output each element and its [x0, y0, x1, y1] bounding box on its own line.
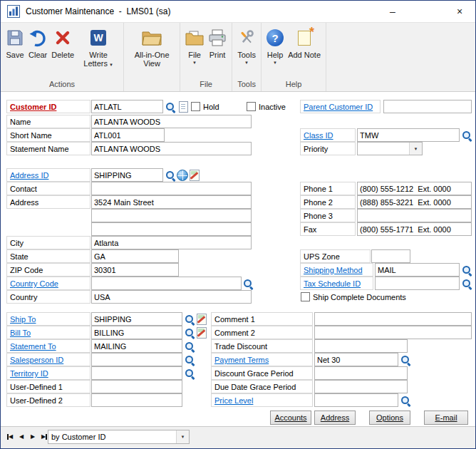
shipping-method-label[interactable]: Shipping Method [300, 263, 373, 277]
nav-next-button[interactable]: ▶ [28, 430, 38, 443]
bill-to-lookup-button[interactable] [184, 327, 195, 339]
address-map-button[interactable] [189, 170, 200, 181]
ups-zone-input[interactable] [371, 249, 410, 263]
customer-id-input[interactable] [91, 100, 163, 113]
address-id-input[interactable] [91, 168, 163, 182]
user-defined2-input[interactable] [91, 393, 182, 407]
salesperson-lookup-button[interactable] [184, 354, 195, 366]
print-button[interactable]: Print [206, 25, 229, 59]
user-defined1-input[interactable] [91, 380, 182, 393]
phone1-input[interactable] [357, 182, 472, 195]
fax-input[interactable] [357, 222, 472, 236]
tools-button[interactable]: Tools ▼ [235, 25, 258, 65]
discount-grace-input[interactable] [314, 366, 408, 380]
phone2-input[interactable] [357, 195, 472, 209]
save-button[interactable]: Save [4, 25, 26, 59]
comment2-input[interactable] [314, 326, 472, 339]
payment-terms-lookup-button[interactable] [400, 354, 411, 366]
footer-bar: ◀ ◀ ▶ ▶ by Customer ID ▼ [1, 426, 475, 448]
payment-terms-label[interactable]: Payment Terms [211, 353, 313, 366]
delete-button[interactable]: Delete [49, 25, 76, 59]
bill-to-input[interactable] [91, 326, 182, 339]
address-id-lookup-button[interactable] [165, 170, 176, 181]
address-id-label[interactable]: Address ID [6, 168, 90, 182]
statement-to-input[interactable] [91, 339, 182, 353]
ship-complete-checkbox[interactable] [301, 292, 310, 301]
hold-checkbox[interactable] [191, 102, 200, 111]
address-button[interactable]: Address [314, 411, 356, 425]
priority-combobox[interactable]: ▼ [357, 142, 423, 155]
all-in-one-view-button[interactable]: All-in-One View [127, 25, 177, 68]
accounts-button[interactable]: Accounts [270, 411, 311, 425]
help-button[interactable]: ? Help ▼ [264, 25, 286, 65]
state-input[interactable] [91, 249, 179, 263]
price-level-lookup-button[interactable] [400, 395, 411, 406]
class-id-label[interactable]: Class ID [300, 128, 356, 142]
ship-to-input[interactable] [91, 312, 182, 326]
name-input[interactable] [91, 115, 252, 128]
payment-terms-input[interactable] [314, 353, 398, 366]
price-level-label[interactable]: Price Level [211, 393, 313, 407]
options-button[interactable]: Options [369, 411, 410, 425]
close-button[interactable]: × [443, 1, 476, 21]
class-id-input[interactable] [357, 128, 460, 142]
contact-input[interactable] [91, 182, 252, 195]
parent-customer-id-label[interactable]: Parent Customer ID [300, 100, 381, 113]
parent-customer-id-input[interactable] [383, 100, 472, 113]
chevron-down-icon: ▼ [244, 61, 249, 65]
country-code-lookup-button[interactable] [242, 278, 254, 289]
customer-note-button[interactable] [177, 101, 189, 113]
class-id-lookup-button[interactable] [461, 130, 472, 141]
statement-to-lookup-button[interactable] [184, 341, 195, 352]
tax-schedule-lookup-button[interactable] [461, 278, 472, 289]
bill-to-label[interactable]: Bill To [6, 326, 90, 339]
file-button[interactable]: File ▼ [183, 25, 206, 65]
comment1-input[interactable] [314, 312, 472, 326]
city-input[interactable] [91, 236, 252, 249]
salesperson-id-input[interactable] [91, 353, 182, 366]
territory-id-input[interactable] [91, 366, 182, 380]
nav-first-button[interactable]: ◀ [5, 430, 15, 443]
address-line1-input[interactable] [91, 195, 252, 209]
territory-id-label[interactable]: Territory ID [6, 366, 90, 380]
statement-to-label[interactable]: Statement To [6, 339, 90, 353]
territory-lookup-button[interactable] [184, 368, 195, 379]
price-level-input[interactable] [314, 393, 398, 407]
shipping-method-input[interactable] [375, 263, 460, 277]
comment1-label: Comment 1 [211, 312, 313, 326]
customer-id-lookup-button[interactable] [165, 101, 176, 113]
address-line2-input[interactable] [91, 209, 252, 222]
internet-address-button[interactable] [177, 170, 188, 181]
country-code-label[interactable]: Country Code [6, 277, 90, 290]
ship-to-edit-button[interactable] [196, 314, 207, 325]
tax-schedule-id-input[interactable] [375, 277, 460, 290]
country-input[interactable] [91, 290, 252, 304]
clear-button[interactable]: Clear [26, 25, 49, 59]
print-label: Print [209, 51, 226, 59]
phone3-input[interactable] [357, 209, 472, 222]
tax-schedule-id-label[interactable]: Tax Schedule ID [300, 277, 373, 290]
customer-id-label[interactable]: Customer ID [6, 100, 90, 113]
nav-previous-button[interactable]: ◀ [16, 430, 26, 443]
sort-by-combobox[interactable]: by Customer ID ▼ [48, 430, 190, 444]
map-pencil-icon [197, 327, 207, 339]
email-button[interactable]: E-mail [424, 411, 468, 425]
ship-to-label[interactable]: Ship To [6, 312, 90, 326]
zip-code-label: ZIP Code [6, 263, 90, 277]
trade-discount-input[interactable] [314, 339, 408, 353]
add-note-button[interactable]: * Add Note [286, 25, 323, 59]
minimize-button[interactable]: – [376, 1, 409, 21]
inactive-checkbox[interactable] [247, 102, 256, 111]
write-letters-button[interactable]: W Write Letters▼ [76, 25, 120, 69]
ship-to-lookup-button[interactable] [184, 314, 195, 325]
zip-code-input[interactable] [91, 263, 179, 277]
country-code-input[interactable] [91, 277, 242, 290]
due-date-grace-input[interactable] [314, 380, 408, 393]
salesperson-id-label[interactable]: Salesperson ID [6, 353, 90, 366]
toolbar-group-label-view [124, 79, 180, 91]
address-line3-input[interactable] [91, 222, 252, 236]
bill-to-edit-button[interactable] [196, 327, 207, 339]
short-name-input[interactable] [91, 128, 165, 142]
shipping-method-lookup-button[interactable] [461, 264, 472, 276]
statement-name-input[interactable] [91, 142, 252, 155]
